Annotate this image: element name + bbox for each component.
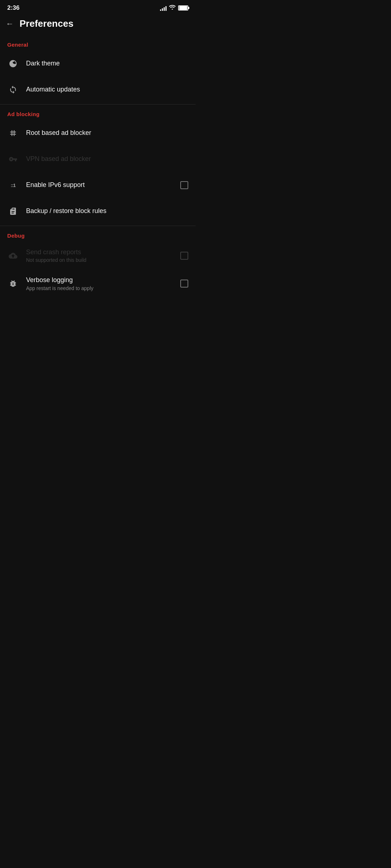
page-title: Preferences [20, 18, 73, 29]
pref-vpn-ad-blocker-title: VPN based ad blocker [26, 155, 188, 163]
sd-icon [7, 207, 19, 216]
toolbar: ← Preferences [0, 14, 196, 37]
section-general: General Dark theme Automatic updates [0, 37, 196, 103]
signal-icon [160, 5, 167, 11]
pref-crash-reports[interactable]: Send crash reports Not supported on this… [0, 242, 196, 269]
pref-dark-theme-content: Dark theme [26, 59, 188, 68]
pref-verbose-logging[interactable]: Verbose logging App restart is needed to… [0, 269, 196, 297]
divider-2 [0, 226, 196, 226]
status-icons [160, 4, 188, 12]
battery-icon [178, 5, 188, 10]
pref-automatic-updates-title: Automatic updates [26, 85, 188, 94]
verbose-logging-checkbox[interactable] [180, 280, 188, 288]
status-time: 2:36 [7, 4, 20, 12]
pref-verbose-logging-title: Verbose logging [26, 276, 173, 284]
pref-crash-reports-subtitle: Not supported on this build [26, 257, 173, 263]
theme-icon [7, 59, 19, 68]
section-debug: Debug Send crash reports Not supported o… [0, 227, 196, 298]
pref-root-ad-blocker[interactable]: Root based ad blocker [0, 120, 196, 146]
pref-ipv6-support-content: Enable IPv6 support [26, 181, 173, 189]
pref-backup-restore-title: Backup / restore block rules [26, 207, 188, 215]
pref-crash-reports-title: Send crash reports [26, 248, 173, 256]
hash-icon [7, 129, 19, 137]
key-icon [7, 155, 19, 163]
pref-automatic-updates-content: Automatic updates [26, 85, 188, 94]
pref-crash-reports-content: Send crash reports Not supported on this… [26, 248, 173, 263]
section-header-ad-blocking: Ad blocking [0, 106, 196, 120]
back-button[interactable]: ← [6, 20, 14, 28]
pref-backup-restore[interactable]: Backup / restore block rules [0, 198, 196, 224]
bug-icon [7, 279, 19, 288]
section-header-general: General [0, 37, 196, 51]
pref-root-ad-blocker-title: Root based ad blocker [26, 129, 188, 137]
divider-1 [0, 104, 196, 105]
sync-icon [7, 85, 19, 94]
pref-dark-theme-title: Dark theme [26, 59, 188, 68]
status-bar: 2:36 [0, 0, 196, 14]
section-ad-blocking: Ad blocking Root based ad blocker VPN ba… [0, 106, 196, 224]
section-header-debug: Debug [0, 227, 196, 242]
pref-backup-restore-content: Backup / restore block rules [26, 207, 188, 215]
pref-ipv6-support[interactable]: ::1 Enable IPv6 support [0, 172, 196, 198]
pref-verbose-logging-content: Verbose logging App restart is needed to… [26, 276, 173, 291]
pref-vpn-ad-blocker-content: VPN based ad blocker [26, 155, 188, 163]
pref-verbose-logging-subtitle: App restart is needed to apply [26, 285, 173, 291]
ipv6-checkbox[interactable] [180, 181, 188, 189]
wifi-icon [169, 4, 176, 12]
pref-vpn-ad-blocker[interactable]: VPN based ad blocker [0, 146, 196, 172]
pref-root-ad-blocker-content: Root based ad blocker [26, 129, 188, 137]
crash-reports-checkbox[interactable] [180, 252, 188, 260]
pref-automatic-updates[interactable]: Automatic updates [0, 77, 196, 103]
pref-dark-theme[interactable]: Dark theme [0, 51, 196, 77]
pref-ipv6-support-title: Enable IPv6 support [26, 181, 173, 189]
ipv6-icon: ::1 [7, 183, 19, 188]
upload-icon [7, 251, 19, 260]
